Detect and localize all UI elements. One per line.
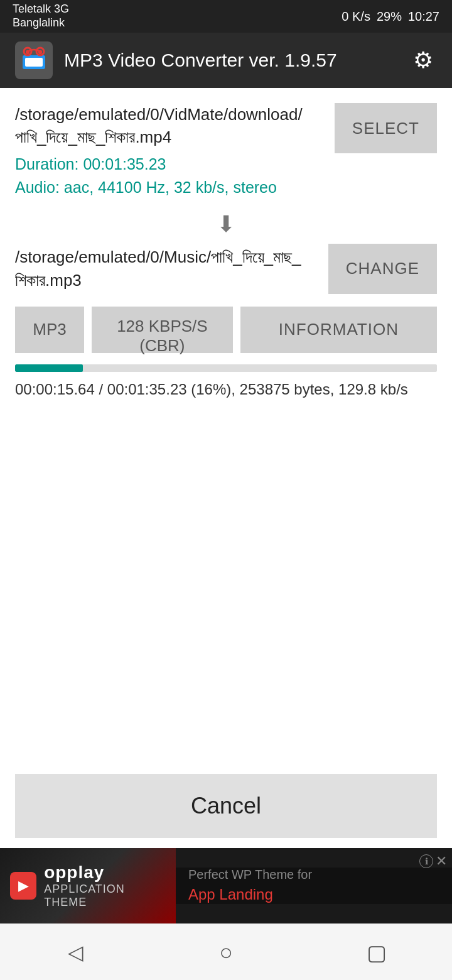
ad-info-icon: ℹ: [419, 854, 433, 868]
ad-close-icon[interactable]: ✕: [436, 853, 447, 869]
output-path: /storage/emulated/0/Music/পাখি_দিয়ে_মাছ…: [15, 246, 318, 291]
svg-rect-4: [26, 50, 30, 54]
status-right: 0 K/s 29% 10:27: [342, 9, 439, 24]
app-bar-left: MP3 Video Converter ver. 1.9.57: [15, 41, 337, 79]
source-file-info: /storage/emulated/0/VidMate/download/পাখ…: [15, 103, 325, 200]
app-icon: [15, 41, 53, 79]
cancel-button[interactable]: Cancel: [15, 774, 437, 838]
ad-brand-sub: APPLICATION THEME: [44, 883, 166, 909]
nav-back-button[interactable]: [56, 934, 94, 971]
source-file-row: /storage/emulated/0/VidMate/download/পাখ…: [15, 103, 437, 200]
nav-recents-button[interactable]: [358, 934, 396, 971]
battery-level: 29%: [377, 9, 402, 24]
format-button[interactable]: MP3: [15, 307, 84, 353]
signal-data: 0 K/s: [342, 9, 370, 24]
svg-rect-1: [25, 58, 43, 67]
ad-highlight: App Landing: [188, 885, 273, 904]
carrier2: Banglalink: [13, 16, 69, 30]
audio-label: Audio: aac, 44100 Hz, 32 kb/s, stereo: [15, 176, 325, 200]
recents-icon: [367, 940, 387, 965]
ad-right: Perfect WP Theme for App Landing: [176, 868, 452, 904]
ad-banner[interactable]: ▶ opplay APPLICATION THEME Perfect WP Th…: [0, 848, 452, 923]
ad-close-area: ℹ ✕: [419, 853, 447, 869]
ad-play-icon: ▶: [10, 872, 36, 900]
carrier1: Teletalk 3G: [13, 3, 69, 16]
main-content: /storage/emulated/0/VidMate/download/পাখ…: [0, 88, 452, 848]
information-button[interactable]: INFORMATION: [240, 307, 437, 353]
settings-icon[interactable]: ⚙: [409, 46, 437, 74]
status-bar: Teletalk 3G Banglalink 0 K/s 29% 10:27: [0, 0, 452, 33]
app-bar: MP3 Video Converter ver. 1.9.57 ⚙: [0, 33, 452, 88]
svg-rect-5: [38, 50, 42, 54]
app-logo-icon: [20, 46, 48, 74]
back-icon: [68, 940, 83, 964]
duration-label: Duration: 00:01:35.23: [15, 153, 325, 177]
source-path: /storage/emulated/0/VidMate/download/পাখ…: [15, 103, 325, 149]
nav-bar: [0, 923, 452, 980]
action-buttons-row: MP3 128 KBPS/S (CBR) INFORMATION: [15, 307, 437, 353]
progress-fill: [15, 364, 83, 372]
cancel-row: Cancel: [15, 774, 437, 848]
output-file-info: /storage/emulated/0/Music/পাখি_দিয়ে_মাছ…: [15, 246, 318, 291]
app-title: MP3 Video Converter ver. 1.9.57: [64, 50, 337, 71]
output-file-row: /storage/emulated/0/Music/পাখি_দিয়ে_মাছ…: [15, 244, 437, 294]
ad-left: ▶ opplay APPLICATION THEME: [0, 848, 176, 923]
carrier-info: Teletalk 3G Banglalink: [13, 3, 69, 30]
file-meta: Duration: 00:01:35.23 Audio: aac, 44100 …: [15, 153, 325, 200]
change-button[interactable]: CHANGE: [328, 244, 437, 294]
ad-tagline: Perfect WP Theme for: [188, 868, 312, 882]
home-icon: [219, 939, 233, 966]
time: 10:27: [408, 9, 439, 24]
arrow-down-icon: ⬇: [217, 211, 235, 237]
progress-text: 00:00:15.64 / 00:01:35.23 (16%), 253875 …: [15, 381, 437, 398]
bitrate-button[interactable]: 128 KBPS/S (CBR): [92, 307, 233, 353]
arrow-down-row: ⬇: [15, 205, 437, 244]
ad-brand-block: opplay APPLICATION THEME: [44, 863, 166, 909]
ad-brand-name: opplay: [44, 863, 166, 883]
progress-bar-container: [15, 364, 437, 372]
spacer: [15, 411, 437, 774]
select-button[interactable]: SELECT: [335, 103, 437, 153]
nav-home-button[interactable]: [207, 934, 245, 971]
